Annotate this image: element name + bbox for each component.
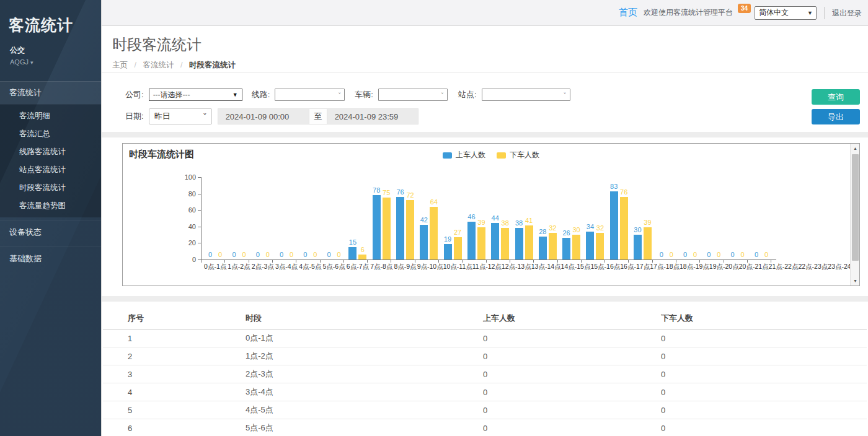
date-preset-value: 昨日 bbox=[154, 111, 170, 122]
sidebar-item-trend-chart[interactable]: 客流量趋势图 bbox=[0, 197, 101, 215]
sidebar-item-station-stats[interactable]: 站点客流统计 bbox=[0, 161, 101, 179]
table-cell: 4 bbox=[103, 383, 246, 401]
table-cell: 0 bbox=[483, 365, 661, 383]
vehicle-select[interactable]: ˇ bbox=[378, 89, 448, 101]
bar-group: 4264 bbox=[417, 177, 441, 259]
section-divider bbox=[102, 296, 868, 302]
scrollbar-thumb[interactable] bbox=[852, 154, 859, 261]
user-menu[interactable]: AQGJ▾ bbox=[10, 58, 91, 66]
table-cell: 0 bbox=[661, 419, 867, 436]
nav-home-link[interactable]: 首页 bbox=[619, 7, 637, 19]
table-cell: 3点-4点 bbox=[246, 383, 483, 401]
bar-value-label: 30 bbox=[634, 226, 641, 234]
table-cell: 0 bbox=[483, 347, 661, 365]
bar-value-label: 0 bbox=[232, 251, 236, 259]
welcome-text: 欢迎使用客流统计管理平台 bbox=[644, 7, 733, 18]
table-panel: 序号 时段 上车人数 下车人数 10点-1点0021点-2点0032点-3点00… bbox=[102, 302, 868, 436]
bar-cell: 83 bbox=[610, 183, 618, 259]
y-tick-mark bbox=[198, 194, 201, 194]
sidebar-item-flow-summary[interactable]: 客流汇总 bbox=[0, 125, 101, 143]
language-select[interactable]: 简体中文 ▼ bbox=[755, 6, 817, 20]
logout-link[interactable]: 退出登录 bbox=[824, 7, 862, 19]
sidebar-item-period-stats[interactable]: 时段客流统计 bbox=[0, 179, 101, 197]
bar-value-label: 28 bbox=[539, 228, 546, 236]
table-row: 43点-4点00 bbox=[103, 383, 867, 401]
chart-bar bbox=[406, 200, 414, 259]
chart-bar bbox=[373, 195, 381, 259]
table-cell: 5 bbox=[103, 401, 246, 419]
bar-group: 00 bbox=[227, 177, 250, 259]
x-axis-label: 20点-21点 bbox=[739, 263, 769, 271]
chart-bar bbox=[620, 197, 628, 259]
company-select[interactable]: ---请选择--- ▼ bbox=[149, 89, 242, 101]
bar-value-label: 0 bbox=[303, 251, 307, 259]
bar-group: 00 bbox=[203, 177, 227, 259]
line-select[interactable]: ˇ bbox=[275, 89, 345, 101]
table-cell: 0 bbox=[661, 365, 867, 383]
legend-label: 下车人数 bbox=[510, 150, 539, 160]
x-axis-label: 5点-6点 bbox=[322, 263, 345, 271]
chevron-down-icon: ˇ bbox=[441, 92, 443, 98]
bar-cell: 0 bbox=[206, 251, 215, 259]
table-cell: 2 bbox=[103, 347, 246, 365]
table-cell: 0 bbox=[483, 329, 661, 347]
company-label: 公司: bbox=[125, 89, 144, 100]
date-preset-select[interactable]: 昨日 ˇ bbox=[149, 108, 212, 124]
bar-value-label: 72 bbox=[406, 191, 414, 199]
y-tick-label: 100 bbox=[179, 173, 196, 181]
app-root: 客流统计 公交 AQGJ▾ 客流统计 客流明细 客流汇总 线路客流统计 站点客流… bbox=[0, 0, 868, 436]
bar-cell: 32 bbox=[596, 224, 604, 259]
bar-value-label: 0 bbox=[731, 251, 735, 259]
bar-group: 4438 bbox=[489, 177, 512, 259]
x-axis-label: 4点-5点 bbox=[298, 263, 322, 271]
app-logo: 客流统计 bbox=[0, 0, 101, 35]
sidebar-item-line-stats[interactable]: 线路客流统计 bbox=[0, 143, 101, 161]
bar-cell: 0 bbox=[752, 251, 760, 259]
header-period: 时段 bbox=[246, 309, 483, 329]
x-tick-mark bbox=[201, 260, 202, 263]
bar-group: 8376 bbox=[607, 177, 631, 259]
bar-value-label: 0 bbox=[707, 251, 711, 259]
export-button[interactable]: 导出 bbox=[812, 109, 860, 124]
chart-bar bbox=[596, 233, 604, 259]
legend-item[interactable]: 上车人数 bbox=[443, 150, 485, 160]
x-axis-label: 1点-2点 bbox=[227, 263, 250, 271]
scroll-up-button[interactable]: ▲ bbox=[851, 144, 860, 153]
bar-value-label: 44 bbox=[492, 214, 499, 222]
station-select[interactable]: ˇ bbox=[482, 89, 570, 101]
scroll-down-button[interactable]: ▼ bbox=[851, 276, 860, 286]
table-cell: 0 bbox=[483, 401, 661, 419]
bar-value-label: 0 bbox=[327, 251, 331, 259]
bar-value-label: 0 bbox=[266, 251, 270, 259]
station-label: 站点: bbox=[458, 89, 477, 100]
breadcrumb-passenger-stats[interactable]: 客流统计 bbox=[143, 61, 174, 69]
chevron-down-icon: ˇ bbox=[339, 92, 340, 98]
bar-cell: 0 bbox=[278, 251, 286, 259]
sidebar-item-base-data[interactable]: 基础数据 bbox=[0, 246, 101, 271]
breadcrumb-home[interactable]: 主页 bbox=[112, 61, 128, 69]
filter-row-1: 公司: ---请选择--- ▼ 线路: ˇ 车辆: ˇ 站点: bbox=[125, 89, 860, 101]
passenger-stats-submenu: 客流明细 客流汇总 线路客流统计 站点客流统计 时段客流统计 客流量趋势图 bbox=[0, 105, 101, 217]
date-from-input[interactable]: 2024-01-09 00:00 bbox=[218, 108, 309, 124]
table-cell: 0 bbox=[483, 419, 661, 436]
bar-value-label: 83 bbox=[610, 183, 618, 191]
sidebar-item-passenger-stats[interactable]: 客流统计 bbox=[0, 81, 101, 105]
y-tick-mark bbox=[198, 227, 201, 227]
chart-scrollbar[interactable]: ▲ ▼ bbox=[850, 144, 859, 286]
query-button[interactable]: 查询 bbox=[812, 89, 860, 105]
date-to-input[interactable]: 2024-01-09 23:59 bbox=[327, 108, 418, 124]
sidebar-item-flow-detail[interactable]: 客流明细 bbox=[0, 107, 101, 125]
bar-cell: 75 bbox=[383, 189, 391, 259]
bar-cell: 0 bbox=[325, 251, 333, 259]
chart-bar bbox=[396, 197, 404, 259]
table-cell: 0 bbox=[661, 383, 867, 401]
sidebar-item-device-status[interactable]: 设备状态 bbox=[0, 220, 101, 244]
page-header: 时段客流统计 主页 / 客流统计 / 时段客流统计 bbox=[102, 26, 868, 72]
chart-bar bbox=[525, 225, 533, 259]
y-tick-mark bbox=[198, 177, 201, 178]
bar-cell: 0 bbox=[301, 251, 309, 259]
header-index: 序号 bbox=[103, 309, 246, 329]
chart-bar bbox=[454, 237, 462, 259]
legend-item[interactable]: 下车人数 bbox=[497, 150, 539, 160]
chart-panel: 时段车流统计图 上车人数下车人数 020406080100 0000000000… bbox=[102, 137, 868, 296]
